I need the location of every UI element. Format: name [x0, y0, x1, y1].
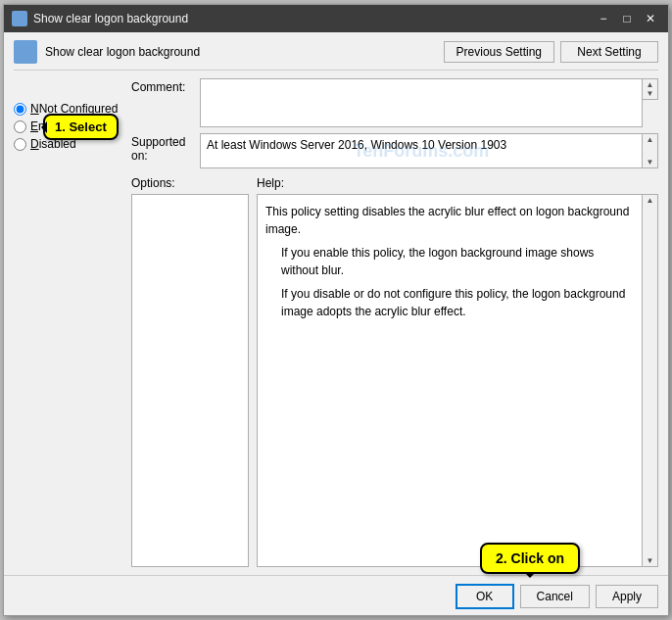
help-scrollbar[interactable]: ▲ ▼ [643, 194, 658, 567]
title-bar: Show clear logon background − □ ✕ [4, 5, 668, 32]
scroll-down-icon3: ▼ [647, 556, 654, 565]
options-box [131, 194, 249, 567]
right-panel: Comment: ▲ ▼ Supported on: At least Wind… [131, 78, 658, 567]
supported-box: At least Windows Server 2016, Windows 10… [200, 133, 643, 168]
supported-scrollbar[interactable]: ▲ ▼ [643, 133, 658, 168]
click-on-callout: 2. Click on [480, 543, 580, 574]
supported-section: Supported on: At least Windows Server 20… [131, 133, 658, 168]
title-bar-buttons: − □ ✕ [594, 9, 660, 28]
enabled-item: Enabled 1. Select [14, 119, 123, 133]
minimize-button[interactable]: − [594, 9, 613, 28]
apply-button[interactable]: Apply [596, 585, 658, 608]
cancel-button[interactable]: Cancel [520, 585, 590, 608]
main-window: Show clear logon background − □ ✕ Show c… [3, 4, 669, 616]
select-callout: 1. Select [43, 114, 119, 140]
comment-section: Comment: ▲ ▼ [131, 78, 658, 127]
help-paragraph-1: This policy setting disables the acrylic… [265, 203, 634, 238]
scroll-up-icon3: ▲ [647, 196, 654, 205]
main-content: NNot Configured Enabled 1. Select Disa [14, 78, 658, 567]
header-buttons: Previous Setting Next Setting [444, 41, 658, 63]
help-paragraph-2: If you enable this policy, the logon bac… [281, 244, 634, 279]
help-box-wrapper: This policy setting disables the acrylic… [257, 194, 658, 567]
help-text: This policy setting disables the acrylic… [265, 203, 634, 320]
supported-label: Supported on: [131, 133, 200, 163]
window-title: Show clear logon background [33, 12, 594, 25]
help-label: Help: [257, 176, 658, 190]
scroll-up-icon2: ▲ [647, 135, 654, 144]
header-row: Show clear logon background Previous Set… [14, 40, 658, 71]
comment-input[interactable] [200, 78, 643, 127]
content-area: Show clear logon background Previous Set… [4, 32, 668, 575]
supported-box-wrapper: At least Windows Server 2016, Windows 10… [200, 133, 658, 168]
panels-row: Options: Help: This policy setting disab… [131, 176, 658, 567]
supported-value: At least Windows Server 2016, Windows 10… [207, 138, 506, 152]
disabled-radio[interactable] [14, 138, 26, 151]
options-label: Options: [131, 176, 249, 190]
scroll-up-icon: ▲ [647, 80, 654, 89]
options-panel: Options: [131, 176, 249, 567]
header-icon [14, 40, 37, 64]
footer: 2. Click on OK Cancel Apply [4, 575, 668, 615]
scroll-down-icon2: ▼ [647, 158, 654, 167]
maximize-button[interactable]: □ [617, 9, 637, 28]
scroll-down-icon: ▼ [647, 89, 654, 98]
help-box: This policy setting disables the acrylic… [257, 194, 643, 567]
enabled-radio[interactable] [14, 120, 26, 133]
help-panel: Help: This policy setting disables the a… [257, 176, 658, 567]
help-paragraph-3: If you disable or do not configure this … [281, 285, 634, 320]
next-setting-button[interactable]: Next Setting [560, 41, 658, 63]
left-panel: NNot Configured Enabled 1. Select Disa [14, 78, 131, 567]
comment-label: Comment: [131, 78, 200, 94]
ok-button[interactable]: OK [456, 584, 514, 609]
not-configured-radio[interactable] [14, 103, 26, 116]
window-icon [12, 11, 27, 26]
radio-group: NNot Configured Enabled 1. Select Disa [14, 102, 123, 151]
comment-scrollbar[interactable]: ▲ ▼ [643, 78, 658, 100]
previous-setting-button[interactable]: Previous Setting [444, 41, 554, 63]
close-button[interactable]: ✕ [641, 9, 660, 28]
header-title: Show clear logon background [45, 45, 444, 59]
